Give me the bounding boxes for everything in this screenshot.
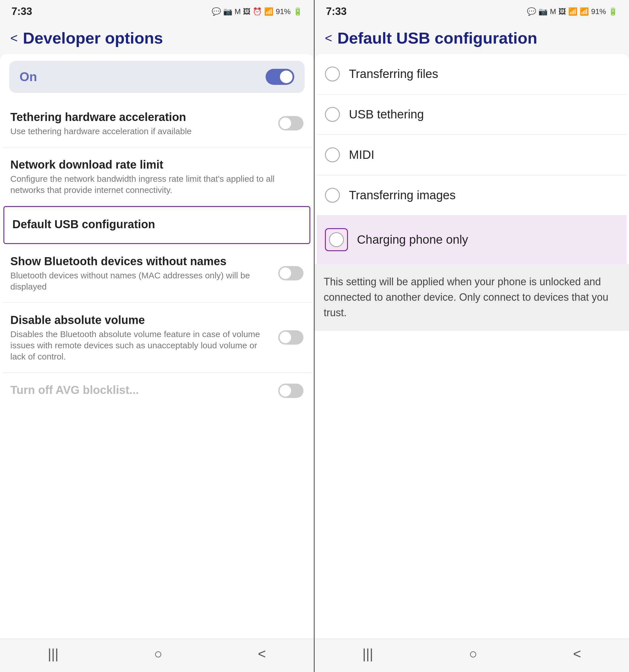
usb-label-charging-phone-only: Charging phone only [357, 233, 468, 246]
left-home-button[interactable]: ○ [154, 646, 162, 662]
show-bluetooth-title: Show Bluetooth devices without names [10, 254, 274, 268]
right-home-button[interactable]: ○ [469, 646, 477, 662]
tethering-hardware-title: Tethering hardware acceleration [10, 110, 274, 124]
usb-option-transferring-files[interactable]: Transferring files [317, 54, 627, 94]
right-whatsapp-icon: 💬 [527, 7, 536, 16]
usb-option-usb-tethering[interactable]: USB tethering [317, 94, 627, 135]
right-page-header: < Default USB configuration [314, 21, 629, 53]
usb-info-box: This setting will be applied when your p… [314, 264, 629, 331]
left-back-nav-button[interactable]: < [258, 646, 266, 662]
battery-text: 91% [276, 7, 290, 16]
right-nav-bar: ||| ○ < [314, 639, 629, 672]
network-download-title: Network download rate limit [10, 158, 303, 171]
developer-options-toggle-row[interactable]: On [9, 61, 305, 93]
network-download-desc: Configure the network bandwidth ingress … [10, 173, 303, 195]
tethering-hardware-toggle[interactable] [278, 116, 303, 130]
default-usb-title: Default USB configuration [12, 217, 301, 231]
right-signal-icon: 📶 [580, 7, 589, 16]
radio-midi[interactable] [325, 147, 340, 162]
disable-absolute-volume-title: Disable absolute volume [10, 313, 274, 327]
left-panel: 7:33 💬 📷 M 🖼 ⏰ 📶 91% 🔋 < Developer optio… [0, 0, 314, 672]
disable-absolute-volume-toggle[interactable] [278, 330, 303, 344]
signal-icon: 📶 [264, 7, 273, 16]
battery-icon: 🔋 [293, 7, 302, 16]
developer-options-toggle-label: On [20, 70, 37, 84]
usb-label-transferring-files: Transferring files [349, 67, 438, 81]
alarm-icon: ⏰ [253, 7, 262, 16]
show-bluetooth-desc: Bluetooth devices without names (MAC add… [10, 270, 274, 292]
whatsapp-icon: 💬 [212, 7, 221, 16]
right-recents-button[interactable]: ||| [363, 646, 373, 662]
left-back-button[interactable]: < [10, 31, 18, 45]
right-content-area: Transferring files USB tethering MIDI Tr… [314, 54, 629, 639]
setting-item-show-bluetooth[interactable]: Show Bluetooth devices without names Blu… [2, 244, 311, 303]
right-gallery-icon: 🖼 [558, 7, 566, 16]
right-time: 7:33 [326, 5, 347, 18]
setting-item-default-usb[interactable]: Default USB configuration [3, 206, 310, 244]
left-page-header: < Developer options [0, 21, 314, 53]
turn-off-avg-toggle[interactable] [278, 384, 303, 398]
turn-off-avg-title: Turn off AVG blocklist... [10, 383, 274, 397]
setting-item-tethering-hardware[interactable]: Tethering hardware acceleration Use teth… [2, 100, 311, 147]
instagram-icon: 📷 [223, 7, 232, 16]
usb-option-transferring-images[interactable]: Transferring images [317, 175, 627, 216]
usb-option-midi[interactable]: MIDI [317, 135, 627, 175]
usb-option-charging-phone-only[interactable]: Charging phone only [317, 216, 627, 264]
left-content-area: On Tethering hardware acceleration Use t… [0, 54, 314, 639]
setting-item-disable-absolute-volume[interactable]: Disable absolute volume Disables the Blu… [2, 303, 311, 373]
right-wifi-icon: 📶 [568, 7, 577, 16]
right-gmail-icon: M [550, 7, 556, 16]
right-status-bar: 7:33 💬 📷 M 🖼 📶 📶 91% 🔋 [314, 0, 629, 21]
usb-info-text: This setting will be applied when your p… [324, 274, 620, 320]
left-recents-button[interactable]: ||| [48, 646, 59, 662]
radio-charging-phone-only [329, 232, 344, 247]
right-panel: 7:33 💬 📷 M 🖼 📶 📶 91% 🔋 < Default USB con… [314, 0, 629, 672]
usb-label-usb-tethering: USB tethering [349, 107, 424, 121]
radio-charging-phone-only-container[interactable] [325, 228, 348, 251]
disable-absolute-volume-desc: Disables the Bluetooth absolute volume f… [10, 329, 274, 362]
left-settings-list: Tethering hardware acceleration Use teth… [0, 100, 314, 409]
left-time: 7:33 [11, 5, 32, 18]
left-nav-bar: ||| ○ < [0, 639, 314, 672]
left-page-title: Developer options [23, 29, 163, 47]
tethering-hardware-desc: Use tethering hardware acceleration if a… [10, 125, 274, 137]
right-instagram-icon: 📷 [538, 7, 548, 16]
setting-item-turn-off-avg[interactable]: Turn off AVG blocklist... [2, 373, 311, 409]
right-back-nav-button[interactable]: < [573, 646, 581, 662]
radio-transferring-files[interactable] [325, 67, 340, 81]
setting-item-network-download[interactable]: Network download rate limit Configure th… [2, 147, 311, 206]
right-page-title: Default USB configuration [337, 29, 537, 47]
right-battery-icon: 🔋 [608, 7, 618, 16]
developer-options-toggle-switch[interactable] [265, 69, 294, 85]
usb-label-midi: MIDI [349, 148, 375, 162]
right-back-button[interactable]: < [325, 31, 332, 45]
usb-label-transferring-images: Transferring images [349, 188, 456, 202]
radio-transferring-images[interactable] [325, 188, 340, 203]
right-status-icons: 💬 📷 M 🖼 📶 📶 91% 🔋 [527, 7, 618, 16]
show-bluetooth-toggle[interactable] [278, 266, 303, 280]
usb-options-list: Transferring files USB tethering MIDI Tr… [314, 54, 629, 264]
left-status-bar: 7:33 💬 📷 M 🖼 ⏰ 📶 91% 🔋 [0, 0, 314, 21]
right-battery-text: 91% [591, 7, 606, 16]
left-status-icons: 💬 📷 M 🖼 ⏰ 📶 91% 🔋 [212, 7, 302, 16]
gallery-icon: 🖼 [243, 7, 250, 16]
gmail-icon: M [235, 7, 241, 16]
radio-usb-tethering[interactable] [325, 107, 340, 122]
